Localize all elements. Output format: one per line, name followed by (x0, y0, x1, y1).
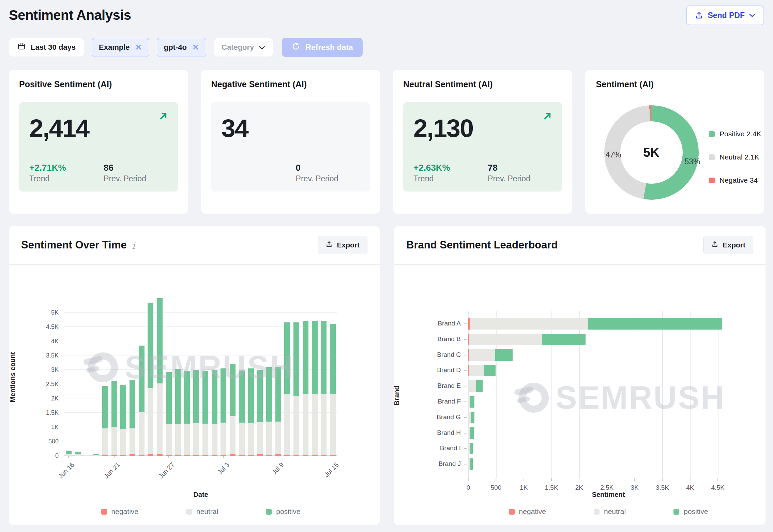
legend-item-positive: positive (673, 507, 708, 516)
kpi-card-title: Negative Sentiment (AI) (211, 79, 370, 89)
bar-segment-negative (157, 454, 163, 456)
filter-chip-gpt-4o-label: gpt-4o (164, 43, 187, 52)
stacked-bar (321, 321, 327, 456)
brand-plot: SEMRUSH 05001K1.5K2K2.5K3K3.5K4K4.5K (468, 311, 748, 478)
sot-x-axis-title: Date (64, 491, 337, 499)
bar-segment-negative (139, 455, 145, 456)
filter-chip-example[interactable]: Example ✕ (92, 38, 149, 57)
legend-swatch-negative (709, 178, 715, 183)
x-tick-mark (717, 478, 718, 481)
legend-swatch-negative (101, 509, 107, 515)
bar-segment-positive (275, 367, 281, 422)
bar-segment-positive (588, 318, 722, 330)
stacked-bar (212, 370, 217, 456)
bar-segment-positive (184, 371, 190, 424)
brand-legend: negativeneutralpositive (468, 507, 748, 516)
x-tick-label: 2K (575, 484, 583, 491)
gridline (662, 311, 663, 478)
kpi-trend-value: +2.71K% (29, 163, 104, 173)
date-range-filter[interactable]: Last 30 days (9, 38, 84, 57)
calendar-icon (17, 42, 26, 52)
bar-segment-neutral (130, 428, 135, 454)
chart-title: Sentiment Over Time (21, 239, 127, 251)
y-tick-mark (464, 339, 467, 340)
bar-segment-negative (102, 455, 108, 456)
bar-segment-positive (476, 380, 483, 392)
sot-y-axis-title: Mentions count (9, 352, 17, 402)
send-pdf-button[interactable]: Send PDF (686, 5, 764, 25)
stacked-bar (266, 367, 272, 456)
kpi-value: 2,414 (29, 116, 168, 141)
kpi-stats: +2.63K% Trend 78 Prev. Period (413, 163, 554, 183)
legend-label: positive (276, 507, 300, 516)
legend-item-negative: negative (101, 507, 138, 516)
date-range-label: Last 30 days (31, 43, 76, 52)
stacked-bar (275, 367, 281, 456)
stacked-bar (468, 427, 474, 439)
filter-chip-gpt-4o[interactable]: gpt-4o ✕ (157, 38, 206, 57)
chevron-down-icon (259, 43, 265, 52)
charts-row: Sentiment Over Time i Export Mentions co… (9, 226, 764, 525)
bar-segment-positive (312, 321, 318, 394)
x-tick-label: Jun 16 (57, 461, 76, 480)
kpi-trend (222, 163, 296, 183)
kpi-prev-label: Prev. Period (296, 174, 362, 183)
bar-segment-negative (239, 455, 245, 456)
bar-segment-neutral (139, 412, 145, 455)
kpi-prev-value: 86 (104, 163, 169, 173)
bar-segment-negative (184, 455, 190, 456)
bar-segment-negative (321, 455, 327, 456)
stacked-bar (148, 303, 153, 456)
trend-up-arrow-icon (542, 111, 552, 123)
stacked-bar (468, 365, 496, 376)
x-tick-mark (496, 478, 496, 481)
bar-segment-negative (175, 455, 181, 456)
y-tick-label: 0 (55, 452, 59, 459)
bar-segment-negative (130, 454, 135, 456)
legend-item-positive: Positive 2.4K (709, 130, 764, 138)
export-button[interactable]: Export (703, 236, 753, 254)
kpi-card-neutral: Neutral Sentiment (AI) 2,130 +2.63K% Tre… (393, 70, 572, 214)
legend-item-neutral: neutral (594, 507, 626, 516)
stacked-bar (202, 371, 208, 456)
brand-row-label: Brand I (394, 444, 461, 452)
kpi-metric-box: 34 0 Prev. Period (211, 102, 370, 192)
stacked-bar (66, 451, 72, 456)
donut-card-title: Sentiment (AI) (596, 79, 764, 89)
bar-segment-neutral (469, 365, 484, 376)
kpi-prev: 86 Prev. Period (104, 163, 169, 183)
y-tick-label: 4.5K (46, 323, 59, 331)
close-icon[interactable]: ✕ (135, 43, 142, 51)
bar-segment-positive (139, 346, 145, 412)
chart-title: Brand Sentiment Leaderboard (406, 239, 558, 251)
brand-row-label: Brand B (394, 335, 461, 343)
gridline (690, 311, 691, 478)
refresh-data-button[interactable]: Refresh data (282, 38, 362, 57)
bar-segment-negative (120, 455, 126, 456)
upload-icon (711, 241, 718, 249)
y-tick-mark (464, 464, 467, 465)
stacked-bar (102, 386, 108, 456)
category-dropdown[interactable]: Category (214, 38, 273, 57)
bar-segment-negative (293, 455, 299, 456)
chart-header: Brand Sentiment Leaderboard Export (394, 226, 766, 265)
stacked-bar (184, 371, 190, 456)
info-icon[interactable]: i (132, 241, 135, 251)
bar-segment-positive (148, 303, 153, 389)
stacked-bar (166, 372, 172, 456)
kpi-trend-value: +2.63K% (413, 163, 488, 173)
bar-segment-negative (212, 455, 217, 456)
bar-segment-negative (230, 454, 236, 456)
y-tick-label: 1.5K (46, 409, 59, 416)
export-button[interactable]: Export (318, 236, 367, 254)
send-pdf-label: Send PDF (708, 11, 745, 20)
kpi-trend-label: Trend (29, 174, 104, 183)
stacked-bar (75, 452, 81, 456)
close-icon[interactable]: ✕ (192, 43, 199, 51)
stacked-bar (468, 443, 473, 454)
legend-label: positive (684, 507, 708, 516)
stacked-bar (468, 458, 473, 470)
bar-segment-neutral (275, 422, 281, 454)
stacked-bar (175, 369, 181, 456)
bar-segment-neutral (84, 455, 90, 456)
